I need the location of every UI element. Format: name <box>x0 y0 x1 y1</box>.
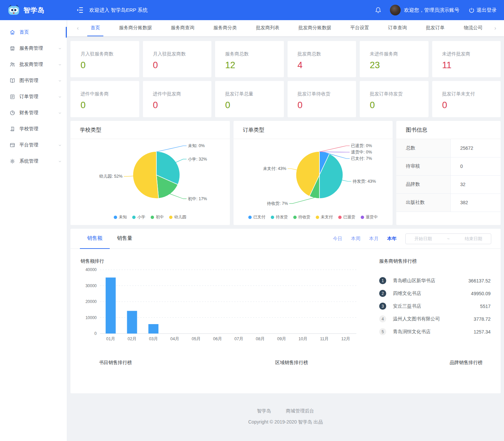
logout-button[interactable]: 退出登录 <box>469 7 497 13</box>
stat-card-9: 批发订单待收货0 <box>288 81 356 117</box>
provider-ranking-list: 1青岛崂山区新华书店366137.522四维文化书店49950.093安丘三益书… <box>379 277 491 335</box>
ranking-row-3: 3安丘三益书店5517 <box>379 303 491 310</box>
legend-item-1[interactable]: 待发货 <box>271 214 288 220</box>
sidebar-item-label: 系统管理 <box>19 158 58 164</box>
footer-link-0[interactable]: 智学岛 <box>257 408 271 414</box>
legend-item-5[interactable]: 退货中 <box>361 214 378 220</box>
bar-0[interactable] <box>106 277 116 334</box>
school-type-chart-card: 学校类型 未知: 0%小学: 32%初中: 17%幼儿园: 52% 未知小学初中… <box>70 121 230 225</box>
legend-label: 小学 <box>137 214 145 220</box>
logo-text: 智学岛 <box>23 6 45 15</box>
tab-3[interactable]: 服务商分类 <box>210 20 240 36</box>
legend-item-1[interactable]: 小学 <box>132 214 145 220</box>
tab-5[interactable]: 批发商分账数据 <box>295 20 335 36</box>
x-tick-label: 06月 <box>213 337 222 341</box>
pie-label: 小学: 32% <box>188 157 207 162</box>
legend-dot <box>169 216 172 219</box>
sidebar-item-7[interactable]: 平台管理 <box>0 137 67 153</box>
sidebar-item-label: 订单管理 <box>19 94 58 100</box>
legend-item-3[interactable]: 幼儿园 <box>169 214 186 220</box>
sidebar-item-label: 首页 <box>19 29 62 35</box>
filter-0[interactable]: 今日 <box>333 236 342 242</box>
tab-1[interactable]: 服务商分账数据 <box>116 20 155 36</box>
x-tick-label: 07月 <box>235 337 243 341</box>
tab-6[interactable]: 平台设置 <box>347 20 372 36</box>
tab-0[interactable]: 首页 <box>87 20 103 36</box>
bar-1[interactable] <box>127 311 137 334</box>
bell-icon[interactable] <box>375 7 381 13</box>
stat-card-3: 批发商总数4 <box>288 41 356 77</box>
sidebar-item-label: 批发商管理 <box>19 61 58 68</box>
sales-tab-0[interactable]: 销售额 <box>80 229 110 249</box>
x-tick-label: 02月 <box>128 337 136 341</box>
legend-item-2[interactable]: 初中 <box>151 214 164 220</box>
school-icon <box>9 126 15 132</box>
tab-bar: ‹首页服务商分账数据服务商查询服务商分类批发商列表批发商分账数据平台设置订单查询… <box>67 20 504 36</box>
stat-label: 批发订单待发货 <box>370 91 429 97</box>
date-range-picker[interactable]: ~ <box>405 233 491 244</box>
start-date-input[interactable] <box>406 236 441 241</box>
pie-slice-3[interactable] <box>133 151 158 199</box>
legend-item-0[interactable]: 未知 <box>114 214 127 220</box>
end-date-input[interactable] <box>456 236 491 241</box>
stat-value: 0 <box>81 60 139 71</box>
pie-label-line <box>176 159 187 163</box>
legend-item-3[interactable]: 未支付 <box>316 214 333 220</box>
sidebar-item-5[interactable]: 财务管理 <box>0 105 67 121</box>
ranking-row-2: 2四维文化书店49950.09 <box>379 290 491 297</box>
filter-1[interactable]: 本周 <box>351 236 360 242</box>
pie-label: 初中: 17% <box>188 196 207 201</box>
rank-badge: 5 <box>379 328 386 335</box>
pie-label-line <box>170 194 187 199</box>
sidebar-item-8[interactable]: 系统管理 <box>0 153 67 169</box>
legend-label: 待发货 <box>276 214 288 220</box>
bottom-section-title-1: 区域销售排行榜 <box>275 360 308 366</box>
sales-panel: 销售额销售量 今日本周本月本年 ~ 销售额排行 0100002000030000… <box>70 229 501 393</box>
ranking-row-5: 5青岛润恒文化书店1257.34 <box>379 328 491 335</box>
tab-7[interactable]: 订单查询 <box>385 20 410 36</box>
legend-dot <box>271 216 274 219</box>
sidebar-item-4[interactable]: 订单管理 <box>0 89 67 105</box>
tab-9[interactable]: 物流公司 <box>460 20 486 36</box>
bar-2[interactable] <box>148 324 158 334</box>
filter-2[interactable]: 本月 <box>369 236 379 242</box>
legend-item-0[interactable]: 已支付 <box>248 214 265 220</box>
tabs-scroll-right-icon[interactable]: › <box>492 25 499 31</box>
book-info-row: 品牌数32 <box>396 175 501 193</box>
legend-item-4[interactable]: 已退货 <box>338 214 355 220</box>
sales-tab-1[interactable]: 销售量 <box>110 229 140 249</box>
pie-label: 退货中: 0% <box>351 150 372 155</box>
stat-label: 批发商总数 <box>298 51 356 57</box>
y-tick-label: 20000 <box>86 299 97 304</box>
pie-label: 已支付: 7% <box>351 156 372 161</box>
y-tick-label: 0 <box>94 331 97 336</box>
stat-value: 11 <box>442 60 501 71</box>
sidebar-item-1[interactable]: 服务商管理 <box>0 40 67 56</box>
stat-label: 批发订单总量 <box>225 91 284 97</box>
sidebar-item-6[interactable]: 学校管理 <box>0 121 67 137</box>
tab-4[interactable]: 批发商列表 <box>253 20 283 36</box>
tabs-scroll-left-icon[interactable]: ‹ <box>74 25 81 31</box>
pie-label-line <box>156 146 187 152</box>
sidebar-item-2[interactable]: 批发商管理 <box>0 56 67 73</box>
legend-item-2[interactable]: 待收货 <box>293 214 310 220</box>
x-tick-label: 03月 <box>149 337 158 341</box>
footer-link-1[interactable]: 商城管理后台 <box>286 408 314 414</box>
collapse-sidebar-icon[interactable] <box>77 7 83 13</box>
app-logo[interactable]: 智学岛 <box>0 0 67 20</box>
sidebar-item-0[interactable]: 首页 <box>0 24 67 40</box>
filter-3[interactable]: 本年 <box>387 236 397 242</box>
order-type-pie-chart: 已支付: 7%待发货: 43%待收货: 7%未支付: 43%已退货: 0%退货中… <box>234 141 393 214</box>
book-info-value: 0 <box>451 157 501 175</box>
tab-2[interactable]: 服务商查询 <box>167 20 198 36</box>
tab-8[interactable]: 批发订单 <box>422 20 448 36</box>
sidebar-item-label: 图书管理 <box>19 78 58 84</box>
avatar[interactable] <box>390 5 401 15</box>
copyright: Copyright © 2019-2020 智学岛 出品 <box>70 419 501 425</box>
book-info-row: 总数25672 <box>396 139 501 157</box>
order-type-title: 订单类型 <box>234 121 393 139</box>
sidebar-item-3[interactable]: 图书管理 <box>0 73 67 89</box>
book-info-row: 出版社数382 <box>396 193 501 212</box>
legend-label: 退货中 <box>366 214 378 220</box>
rank-value: 49950.09 <box>471 291 491 296</box>
